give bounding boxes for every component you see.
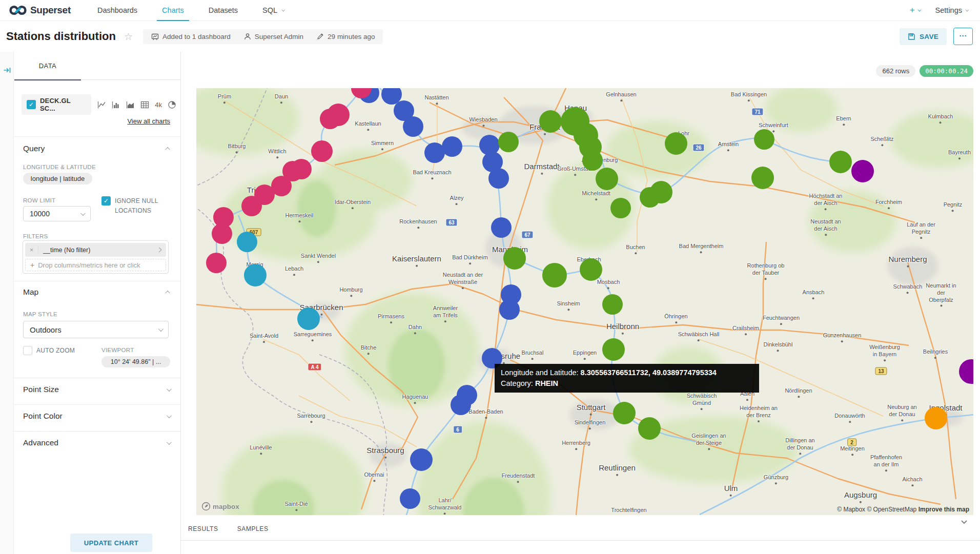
deckgl-scatter-map[interactable]: 71266367607A 46132PrümDaunNastättenGelnh… (196, 88, 973, 515)
map-data-point[interactable] (400, 488, 420, 509)
section-query[interactable]: Query (23, 143, 170, 154)
time-filter-pill[interactable]: × __time (No filter) (25, 243, 166, 257)
section-advanced[interactable]: Advanced (23, 437, 170, 448)
last-modified-badge[interactable]: 29 minutes ago (317, 33, 375, 40)
ignore-null-checkbox[interactable]: ✓ IGNORE NULL LOCATIONS (101, 196, 174, 216)
map-place-label: Lauf an der Pegnitz (907, 221, 935, 239)
map-place-label: Eppingen (573, 350, 597, 360)
view-all-charts-link[interactable]: View all charts (127, 117, 170, 125)
map-data-point[interactable] (638, 417, 661, 440)
road-shield: A 4 (308, 363, 321, 371)
town-dot-icon (765, 278, 767, 280)
town-dot-icon (940, 305, 942, 307)
more-actions-button[interactable]: ··· (953, 28, 973, 45)
map-data-point[interactable] (442, 136, 462, 157)
table-icon[interactable] (140, 100, 149, 109)
map-data-point[interactable] (602, 338, 625, 361)
map-data-point[interactable] (241, 196, 262, 216)
nav-charts[interactable]: Charts (150, 0, 196, 20)
mapbox-attribution-link[interactable]: © Mapbox (837, 506, 867, 513)
map-data-point[interactable] (580, 258, 602, 281)
town-dot-icon (825, 208, 827, 210)
mapbox-logo[interactable]: mapbox (201, 502, 239, 511)
map-style-select[interactable]: Outdoors (23, 321, 169, 338)
town-dot-icon (431, 177, 433, 179)
map-data-point[interactable] (488, 168, 509, 189)
filter-dropzone[interactable]: + Drop columns/metrics here or click (25, 259, 166, 271)
settings-menu[interactable]: Settings (935, 6, 968, 14)
map-data-point[interactable] (596, 168, 618, 190)
nav-right: + Settings (910, 5, 968, 15)
map-data-point[interactable] (640, 187, 660, 208)
tab-results[interactable]: RESULTS (188, 525, 218, 532)
map-place-label: Augsburg (844, 490, 877, 503)
row-limit-select[interactable]: 10000 (23, 206, 91, 221)
dashboards-badge[interactable]: Added to 1 dashboard (151, 33, 231, 40)
section-point-color[interactable]: Point Color (23, 411, 170, 422)
map-place-label: Schwäbisch Gmünd (687, 393, 717, 410)
map-place-label: Haguenau (402, 394, 428, 404)
map-data-point[interactable] (410, 448, 433, 471)
viewport-value-pill[interactable]: 10° 24' 49.86" | ... (101, 356, 170, 367)
section-map[interactable]: Map (23, 286, 170, 298)
map-data-point[interactable] (751, 167, 774, 189)
superset-logo[interactable]: Superset (9, 5, 71, 16)
map-data-point[interactable] (320, 109, 340, 129)
section-point-size[interactable]: Point Size (23, 384, 170, 395)
owner-badge[interactable]: Superset Admin (244, 33, 303, 40)
map-data-point[interactable] (610, 198, 631, 218)
chart-title[interactable]: Stations distribution (6, 30, 116, 43)
tab-data[interactable]: DATA (14, 52, 81, 80)
town-dot-icon (940, 121, 942, 124)
town-dot-icon (758, 420, 760, 422)
map-data-point[interactable] (311, 140, 333, 162)
map-data-point[interactable] (613, 402, 636, 424)
tab-samples[interactable]: SAMPLES (237, 525, 269, 532)
map-data-point[interactable] (851, 160, 874, 182)
collapse-south-pane-icon[interactable] (959, 517, 969, 528)
favorite-star-icon[interactable]: ☆ (124, 31, 133, 43)
map-data-point[interactable] (451, 395, 471, 415)
remove-filter-icon[interactable]: × (25, 246, 38, 254)
map-data-point[interactable] (498, 132, 519, 152)
nav-datasets[interactable]: Datasets (196, 0, 250, 20)
map-data-point[interactable] (503, 247, 526, 270)
map-data-point[interactable] (829, 151, 852, 173)
town-dot-icon (860, 501, 862, 503)
map-data-point[interactable] (665, 132, 687, 155)
improve-map-link[interactable]: Improve this map (918, 506, 969, 513)
lonlat-value-pill[interactable]: longitude | latitude (23, 173, 92, 184)
map-data-point[interactable] (237, 232, 257, 252)
map-data-point[interactable] (212, 223, 232, 244)
update-chart-button[interactable]: UPDATE CHART (70, 534, 152, 552)
map-data-point[interactable] (499, 299, 520, 320)
map-data-point[interactable] (297, 307, 320, 330)
bar-chart-icon[interactable] (112, 100, 120, 109)
osm-attribution-link[interactable]: © OpenStreetMap (867, 506, 918, 513)
map-data-point[interactable] (582, 150, 603, 171)
auto-zoom-checkbox[interactable]: AUTO ZOOM (23, 346, 75, 356)
save-button[interactable]: SAVE (900, 28, 947, 45)
map-data-point[interactable] (542, 263, 567, 288)
nav-dashboards[interactable]: Dashboards (85, 0, 150, 20)
town-dot-icon (352, 207, 354, 209)
map-data-point[interactable] (206, 253, 227, 273)
map-place-label: Mosbach (597, 279, 620, 289)
viz-type-button[interactable]: ✓ DECK.GL SC... (22, 94, 91, 115)
map-data-point[interactable] (602, 294, 623, 315)
nav-sql[interactable]: SQL (250, 0, 296, 20)
town-dot-icon (849, 421, 851, 423)
map-data-point[interactable] (754, 129, 774, 150)
map-place-label: Schwäbisch Hall (678, 331, 720, 341)
map-data-point[interactable] (491, 217, 512, 238)
map-data-point[interactable] (539, 110, 562, 133)
map-data-point[interactable] (244, 264, 267, 286)
line-chart-icon[interactable] (97, 100, 106, 109)
expand-datasource-icon[interactable] (3, 66, 11, 76)
viz-4k-button[interactable]: 4k (155, 101, 162, 109)
area-chart-icon[interactable] (126, 100, 135, 109)
pie-chart-icon[interactable] (168, 100, 176, 109)
new-item-button[interactable]: + (910, 5, 920, 15)
map-data-point[interactable] (925, 407, 947, 429)
map-data-point[interactable] (403, 116, 423, 137)
